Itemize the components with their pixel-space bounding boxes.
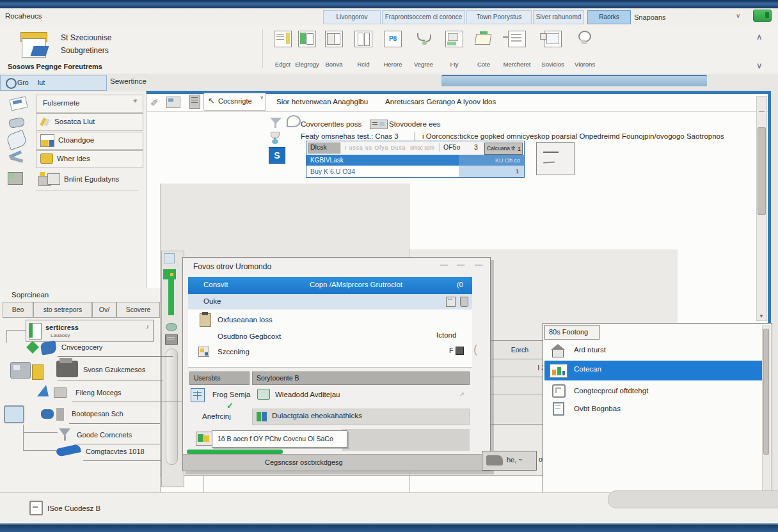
diagram-tab[interactable]: sto setrepors bbox=[33, 302, 92, 318]
diagram-node-svosn[interactable]: Svosn Gzukcmesos bbox=[6, 359, 159, 382]
tooltip-anchor-icon bbox=[196, 432, 212, 446]
grid-header-cell[interactable]: Dlcsk bbox=[308, 143, 340, 153]
large-document-icon[interactable] bbox=[20, 32, 52, 59]
restore-button[interactable]: — bbox=[457, 260, 464, 269]
ribbon-button-rcid[interactable]: Rcid bbox=[349, 29, 377, 69]
blue-blob-icon bbox=[40, 340, 58, 355]
sidebar-item-bnlint[interactable]: Bnlint Egudatyns bbox=[36, 171, 142, 189]
panel-scrollbar-thumb[interactable] bbox=[763, 329, 769, 455]
diagram-tab[interactable]: Ov/ bbox=[92, 302, 116, 318]
small-device-icon bbox=[54, 387, 67, 398]
panel-item-cotecan-selected[interactable]: Cotecan bbox=[544, 361, 762, 380]
split-color-icon bbox=[257, 412, 267, 421]
ribbon-group-subtitle[interactable]: Soubgretiners bbox=[61, 46, 109, 55]
ribbon-collapse-up-icon[interactable]: ∧ bbox=[756, 32, 763, 42]
mid-button[interactable]: he, ~ bbox=[482, 451, 537, 471]
dialog-item-3[interactable]: Szccnimg bbox=[218, 348, 250, 356]
close-button[interactable]: — bbox=[475, 260, 482, 269]
diagram-node-comgtacvtes[interactable]: Comgtacvtes 1018 bbox=[3, 441, 160, 462]
dialog-header-right: (0 bbox=[457, 281, 463, 288]
diagram-node-cnvcegocery[interactable]: Cnvcegocery bbox=[19, 339, 154, 358]
menu-tab[interactable]: Livongorov bbox=[323, 10, 381, 24]
menu-tab[interactable]: Siver rahunomd bbox=[533, 10, 584, 24]
toolbar-menu-1[interactable]: Sior hetvenwean Anaghglbu bbox=[276, 98, 368, 106]
dialog-row-ouke[interactable]: Ouke bbox=[188, 294, 472, 310]
s-badge-icon[interactable]: S bbox=[269, 147, 285, 164]
panel-item-ard[interactable]: Ard nturst bbox=[544, 341, 762, 361]
window-edge bbox=[409, 475, 410, 492]
diagram-node-fileng[interactable]: Fileng Mocegs bbox=[26, 384, 159, 403]
toolbar-menu-2[interactable]: Anretucsars Gerango A lyoov ldos bbox=[385, 98, 496, 106]
ribbon-button-label: Vegree bbox=[409, 61, 438, 68]
panel-scrollbar[interactable]: ▲ bbox=[762, 325, 770, 502]
ribbon-button-bonva[interactable]: Bonva bbox=[320, 29, 348, 69]
ribbon-button-herore[interactable]: P8 Herore bbox=[379, 29, 407, 69]
dialog-item-2[interactable]: Osudbno Gegbcoxt bbox=[218, 332, 281, 340]
ribbon-group-footer: Sosows Pegnge Foreutrems bbox=[8, 63, 102, 70]
ribbon-button-mercheret[interactable]: Mercheret bbox=[499, 29, 535, 69]
green-action-button[interactable] bbox=[753, 10, 772, 22]
menu-tab[interactable]: Snapoans bbox=[633, 10, 682, 24]
menu-tab-active[interactable]: Raorks bbox=[587, 10, 631, 24]
main-scrollbar[interactable]: — ▼ bbox=[756, 96, 767, 321]
pencil-icon[interactable]: ✎ bbox=[149, 98, 161, 107]
grid-header-hint2: smsc ssm bbox=[410, 145, 434, 151]
monitor-small-icon[interactable] bbox=[166, 97, 180, 108]
panel-title-tab[interactable]: 80s Footong bbox=[544, 325, 599, 340]
ribbon-button-label: Sovicios bbox=[536, 61, 569, 68]
sidebar-divider bbox=[36, 191, 138, 191]
window-titlebar[interactable] bbox=[0, 0, 778, 8]
grid-doc-icon[interactable] bbox=[189, 95, 200, 109]
ribbon-button-viorons[interactable]: Viorons bbox=[568, 29, 601, 69]
f-toggle-box-icon[interactable] bbox=[456, 347, 464, 355]
menu-tab[interactable]: Town Poorystus bbox=[466, 10, 532, 24]
lookup-grid: Dlcsk I ussa us Ofya Dusa smsc ssm OF5o … bbox=[306, 141, 525, 178]
sidebar-item-ctoandgoe[interactable]: Ctoandgoe bbox=[36, 132, 143, 150]
ribbon-button-vegree[interactable]: Vegree bbox=[409, 29, 438, 69]
green-bar bbox=[168, 279, 174, 315]
ribbon-group-title[interactable]: St Szeciounise bbox=[61, 33, 111, 42]
grid-row[interactable]: Buy K 6.U O34 1 bbox=[306, 166, 524, 177]
sidebar-item-wherldes[interactable]: Wher ldes bbox=[36, 150, 143, 168]
diagram-tab[interactable]: Beo bbox=[3, 302, 33, 318]
sidebar-item-fulsermete[interactable]: Fulsermete ✳ bbox=[36, 95, 143, 113]
vertical-scrollbar-pill[interactable] bbox=[166, 348, 178, 465]
dialog-table-row-b[interactable]: Anefrcinj Dulactgtaia eheokahathicks bbox=[189, 409, 468, 425]
tooltip-button[interactable]: 1ö B aocn f OY PChv Covcnu Ol SaCo bbox=[212, 430, 347, 448]
dialog-table-row-a[interactable]: Frog Semja ✓ Wieadodd Avditejau ↗ bbox=[189, 387, 468, 407]
grid-header-right-cell[interactable]: Calcuana theents 1 bbox=[484, 143, 523, 155]
grid-row-selected[interactable]: KGBIVLask KU Oh co bbox=[306, 155, 524, 166]
mini-list-box[interactable] bbox=[536, 142, 575, 175]
diagram-node-bootopesan[interactable]: Bootopesan Sch bbox=[3, 404, 159, 425]
diagram-tab[interactable]: Scovere bbox=[116, 302, 160, 318]
trash-icon[interactable] bbox=[460, 297, 468, 307]
panel-item-congtec[interactable]: Congtecprcuf oftdtehgt bbox=[544, 382, 762, 400]
ribbon-button-cote[interactable]: Cote bbox=[470, 29, 498, 69]
sidebar-item-label: Fulsermete bbox=[43, 99, 80, 107]
dropdown-caret-icon[interactable]: ∨ bbox=[736, 12, 740, 19]
scroll-down-icon[interactable]: ▼ bbox=[759, 313, 764, 319]
dialog-item-1[interactable]: Oxfuseanan loss bbox=[218, 316, 273, 324]
panel-item-ovbt[interactable]: Ovbt Bognbas bbox=[544, 400, 762, 418]
tooltip-text: 1ö B aocn f OY PChv Covcnu Ol SaCo bbox=[218, 435, 333, 442]
table-header-col2[interactable]: Sorytooente B bbox=[252, 372, 470, 385]
ribbon-button-ity[interactable]: I-ty bbox=[440, 29, 468, 69]
active-document-tab[interactable]: Gro lut bbox=[0, 75, 107, 91]
app-menu-label[interactable]: Rocaheucs bbox=[5, 12, 42, 20]
ribbon-button-elegrogy[interactable]: Elegrogy bbox=[292, 29, 322, 69]
menu-tab[interactable]: Fraprontsoccem ci coronce bbox=[382, 10, 465, 24]
table-header-col1[interactable]: Usersbts bbox=[189, 372, 250, 385]
g-circle-icon bbox=[6, 78, 17, 89]
ribbon-button-sovicios[interactable]: Sovicios bbox=[536, 29, 569, 69]
minimize-button[interactable]: — bbox=[440, 260, 448, 269]
compose-button[interactable]: ↖ Cocsnrigte ∨ bbox=[203, 93, 266, 111]
dialog-header-bar[interactable]: Consvit Copn /AMslprcors Grutroclot (0 bbox=[188, 277, 472, 294]
scrollbar-thumb[interactable] bbox=[758, 127, 766, 215]
connector bbox=[6, 330, 26, 331]
ribbon-collapse-down-icon[interactable]: ∨ bbox=[756, 61, 763, 70]
sketch-box-icon bbox=[6, 169, 29, 187]
calendar-icon[interactable] bbox=[446, 297, 456, 307]
funnel-icon bbox=[269, 116, 283, 129]
sidebar-item-sosatca[interactable]: Sosatca Llut bbox=[36, 113, 143, 131]
pen-shape bbox=[30, 46, 49, 56]
